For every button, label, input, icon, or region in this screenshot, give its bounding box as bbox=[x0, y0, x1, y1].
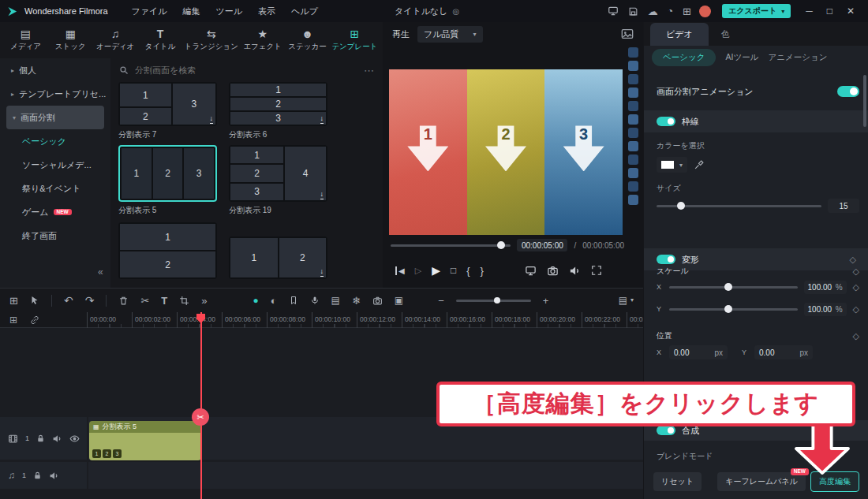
marker-icon[interactable] bbox=[289, 296, 298, 305]
timeline-clip-split5[interactable]: ▦ 分割表示 5 1 2 3 bbox=[89, 421, 201, 460]
stop-icon[interactable]: □ bbox=[451, 265, 456, 276]
color-swatch-dropdown[interactable]: ▾ bbox=[657, 157, 687, 173]
menu-help[interactable]: ヘルプ bbox=[283, 6, 326, 17]
crop-icon[interactable] bbox=[179, 296, 189, 306]
position-y-box[interactable]: 0.00 px bbox=[754, 345, 813, 359]
audio-track-lane[interactable] bbox=[88, 462, 643, 489]
select-tool-icon[interactable] bbox=[30, 296, 39, 305]
menu-file[interactable]: ファイル bbox=[124, 6, 175, 17]
scale-y-knob[interactable] bbox=[724, 305, 732, 313]
sync-status-icon[interactable]: ◎ bbox=[453, 7, 460, 16]
zoom-out-icon[interactable]: − bbox=[438, 296, 444, 306]
scale-x-value-box[interactable]: 100.00 % bbox=[804, 281, 847, 294]
search-bar[interactable]: ⋯ bbox=[114, 61, 379, 79]
download-icon[interactable]: ↓ bbox=[320, 191, 324, 199]
template-thumb-5-selected[interactable]: 1 2 3 bbox=[118, 145, 217, 202]
tab-color-properties[interactable]: 色 bbox=[709, 23, 743, 46]
notes-icon[interactable]: ▤ bbox=[331, 296, 340, 305]
search-input[interactable] bbox=[135, 65, 357, 75]
template-thumb-7[interactable]: 1 2 3 ↓ bbox=[118, 82, 217, 126]
subtab-basic[interactable]: ベーシック bbox=[652, 49, 716, 66]
minimize-button[interactable]: ─ bbox=[799, 6, 820, 17]
track-height-icon[interactable]: ▤ bbox=[619, 296, 627, 305]
download-icon[interactable]: ↓ bbox=[210, 115, 214, 124]
download-icon[interactable]: ↓ bbox=[320, 268, 324, 277]
size-knob[interactable] bbox=[677, 202, 685, 210]
sidebar-item-end-screen[interactable]: 終了画面 bbox=[0, 224, 110, 248]
size-value[interactable]: 15 bbox=[828, 199, 859, 213]
fullscreen-icon[interactable] bbox=[591, 265, 602, 276]
apps-grid-icon[interactable]: ⊞ bbox=[683, 6, 691, 17]
eyedropper-icon[interactable] bbox=[694, 160, 704, 170]
scale-x-slider[interactable] bbox=[669, 286, 798, 289]
mark-out-icon[interactable]: } bbox=[481, 265, 484, 277]
template-thumb-19[interactable]: 1 2 3 4 ↓ bbox=[229, 145, 327, 202]
notification-icon[interactable]: ◔ bbox=[668, 6, 673, 17]
scale-x-knob[interactable] bbox=[724, 283, 732, 291]
tab-audio[interactable]: ♫オーディオ bbox=[95, 28, 136, 52]
tab-effects[interactable]: ★エフェクト bbox=[242, 28, 283, 52]
preview-viewport[interactable]: 1 2 3 bbox=[389, 69, 623, 235]
tab-stock[interactable]: ▦ストック bbox=[50, 28, 91, 52]
mark-in-icon[interactable]: { bbox=[466, 265, 470, 277]
split-scissors-icon[interactable]: ✂ bbox=[140, 296, 149, 306]
seek-knob[interactable] bbox=[497, 241, 505, 249]
panel-scrollbar[interactable] bbox=[863, 75, 866, 127]
timeline-zoom-slider[interactable] bbox=[456, 300, 531, 302]
record-voiceover-icon[interactable] bbox=[310, 296, 320, 305]
keyframe-diamond-icon[interactable]: ◇ bbox=[853, 331, 859, 341]
close-button[interactable]: ✕ bbox=[840, 6, 862, 17]
redo-icon[interactable]: ↷ bbox=[85, 295, 95, 306]
transform-toggle[interactable] bbox=[657, 255, 675, 264]
tab-transitions[interactable]: ⇆トランジション bbox=[185, 28, 238, 52]
chevron-down-icon[interactable]: ▾ bbox=[630, 297, 634, 303]
sidebar-item-basic[interactable]: ベーシック bbox=[0, 129, 110, 153]
tab-titles[interactable]: Tタイトル bbox=[140, 28, 181, 52]
sidebar-item-personal[interactable]: ▸個人 bbox=[0, 58, 110, 82]
subtab-animation[interactable]: アニメーション bbox=[768, 52, 827, 63]
size-slider[interactable] bbox=[657, 205, 821, 207]
tab-stickers[interactable]: ☻ステッカー bbox=[287, 28, 328, 52]
scale-y-slider[interactable] bbox=[669, 308, 798, 311]
subtab-ai-tools[interactable]: AIツール bbox=[725, 52, 758, 63]
keyframe-diamond-icon[interactable]: ◇ bbox=[853, 304, 859, 315]
color-correction-icon[interactable]: ◐ bbox=[271, 296, 277, 306]
menu-edit[interactable]: 編集 bbox=[175, 6, 208, 17]
playhead-line[interactable] bbox=[200, 312, 202, 499]
render-preview-icon[interactable]: ▣ bbox=[395, 296, 403, 305]
maximize-button[interactable]: □ bbox=[820, 6, 840, 17]
menu-tools[interactable]: ツール bbox=[208, 6, 251, 17]
quality-dropdown[interactable]: フル品質 ▾ bbox=[417, 26, 483, 43]
hide-track-eye-icon[interactable] bbox=[69, 434, 80, 444]
playhead-scissors-icon[interactable]: ✂ bbox=[192, 408, 209, 426]
scale-y-value-box[interactable]: 100.00 % bbox=[804, 303, 847, 316]
template-thumb-partial-1[interactable]: 1 2 bbox=[118, 222, 217, 279]
more-options-icon[interactable]: ⋯ bbox=[364, 65, 374, 76]
undo-icon[interactable]: ↶ bbox=[64, 295, 73, 306]
manage-tracks-icon[interactable]: ⊞ bbox=[9, 315, 17, 326]
snapshot-icon[interactable] bbox=[547, 265, 559, 277]
sidebar-item-social-media[interactable]: ソーシャルメデ... bbox=[0, 153, 110, 177]
keyframe-panel-button[interactable]: キーフレームパネル NEW bbox=[717, 472, 806, 491]
user-avatar[interactable] bbox=[699, 6, 711, 17]
menu-view[interactable]: 表示 bbox=[250, 6, 283, 17]
tab-video-properties[interactable]: ビデオ bbox=[650, 23, 709, 46]
tab-media[interactable]: ▤メディア bbox=[5, 28, 46, 52]
display-mode-icon[interactable] bbox=[525, 265, 537, 277]
lock-track-icon[interactable] bbox=[33, 471, 42, 480]
delete-icon[interactable] bbox=[118, 296, 129, 306]
sidebar-item-festival-event[interactable]: 祭り&イベント bbox=[0, 177, 110, 200]
play-icon[interactable]: ▶ bbox=[432, 264, 440, 277]
zoom-knob[interactable] bbox=[494, 297, 500, 303]
mask-tool-icon[interactable]: ● bbox=[253, 296, 258, 305]
timeline-ruler[interactable]: ⊞ 00:00:00 00:00:02:00 00:00:04:00 00:00… bbox=[0, 312, 643, 328]
mute-track-icon[interactable] bbox=[52, 434, 62, 444]
sidebar-item-template-presets[interactable]: ▸テンプレートプリセ... bbox=[0, 82, 110, 106]
volume-icon[interactable] bbox=[569, 265, 581, 277]
play-loop-icon[interactable]: ▷ bbox=[415, 266, 421, 276]
add-text-icon[interactable]: T bbox=[161, 296, 167, 306]
preview-image-icon[interactable] bbox=[621, 28, 634, 39]
preview-side-strip[interactable] bbox=[626, 47, 640, 236]
keyframe-diamond-icon[interactable]: ◇ bbox=[850, 255, 856, 265]
media-manager-icon[interactable]: ⊞ bbox=[9, 296, 18, 306]
